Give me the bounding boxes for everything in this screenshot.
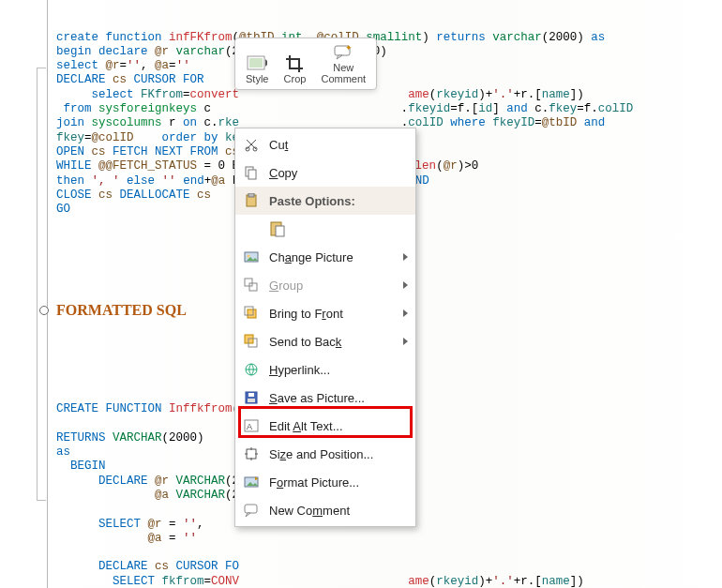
svg-rect-16	[248, 309, 256, 318]
menu-hyperlink-label: Hyperlink...	[269, 363, 408, 377]
menu-send-back-label: Send to Back	[269, 335, 403, 349]
comment-icon	[241, 500, 262, 520]
mini-toolbar: Style Crop ✦ New Comment	[234, 38, 377, 90]
menu-cut-label: Cut	[269, 138, 408, 152]
svg-text:✦: ✦	[345, 45, 353, 53]
submenu-arrow-icon	[403, 281, 408, 289]
menu-alt-text[interactable]: A Edit Alt Text...	[235, 412, 415, 440]
submenu-arrow-icon	[403, 309, 408, 317]
submenu-arrow-icon	[403, 338, 408, 345]
save-picture-icon	[241, 387, 262, 408]
submenu-arrow-icon	[403, 253, 408, 261]
svg-rect-1	[249, 58, 263, 68]
svg-rect-9	[248, 193, 254, 197]
format-picture-icon	[241, 472, 262, 492]
new-comment-button[interactable]: ✦ New Comment	[315, 41, 371, 86]
svg-rect-14	[245, 279, 252, 286]
svg-rect-15	[249, 283, 257, 291]
paste-icon	[241, 190, 262, 211]
menu-new-comment[interactable]: New Comment	[235, 496, 415, 524]
menu-change-picture-label: Change Picture	[269, 250, 403, 264]
menu-group[interactable]: Group	[235, 271, 415, 299]
context-menu: Cut Copy Paste Options: Change Picture G…	[234, 128, 416, 527]
menu-format-picture[interactable]: Format Picture...	[235, 468, 415, 496]
menu-alt-text-label: Edit Alt Text...	[269, 419, 408, 433]
copy-icon	[241, 162, 262, 183]
svg-point-13	[248, 255, 250, 258]
menu-format-picture-label: Format Picture...	[269, 475, 408, 490]
svg-rect-26	[247, 449, 256, 459]
alt-text-icon: A	[241, 415, 262, 436]
new-comment-icon: ✦	[332, 43, 354, 62]
svg-rect-28	[245, 505, 257, 513]
svg-rect-22	[248, 393, 254, 397]
menu-copy-label: Copy	[269, 166, 408, 180]
change-picture-icon	[241, 247, 262, 267]
cut-icon	[241, 134, 262, 155]
send-back-icon	[241, 331, 262, 352]
group-icon	[241, 275, 262, 295]
crop-button[interactable]: Crop	[278, 41, 311, 86]
selection-anchor	[39, 306, 49, 315]
new-comment-label-2: Comment	[321, 73, 366, 84]
menu-paste-options: Paste Options:	[235, 187, 415, 215]
menu-bring-front[interactable]: Bring to Front	[235, 299, 415, 327]
menu-bring-front-label: Bring to Front	[269, 307, 403, 321]
menu-paste-default[interactable]	[235, 215, 415, 243]
svg-rect-7	[248, 170, 256, 179]
menu-send-back[interactable]: Send to Back	[235, 327, 415, 355]
size-position-icon	[241, 444, 262, 464]
menu-group-label: Group	[269, 279, 403, 293]
crop-icon	[283, 54, 306, 73]
menu-new-comment-label: New Comment	[269, 504, 408, 518]
menu-save-as-picture-label: Save as Picture...	[269, 391, 408, 405]
hyperlink-icon	[241, 359, 262, 380]
style-button[interactable]: Style	[240, 41, 274, 86]
svg-rect-11	[276, 226, 284, 236]
menu-cut[interactable]: Cut	[235, 130, 415, 158]
style-label: Style	[246, 73, 268, 84]
bring-front-icon	[241, 303, 262, 324]
menu-size-position[interactable]: Size and Position...	[235, 440, 415, 468]
menu-hyperlink[interactable]: Hyperlink...	[235, 355, 415, 384]
menu-copy[interactable]: Copy	[235, 158, 415, 187]
menu-save-as-picture[interactable]: Save as Picture...	[235, 384, 415, 412]
style-icon	[246, 54, 268, 73]
menu-change-picture[interactable]: Change Picture	[235, 243, 415, 271]
svg-text:A: A	[247, 422, 252, 431]
menu-paste-options-label: Paste Options:	[269, 194, 408, 208]
svg-rect-23	[248, 399, 255, 402]
crop-label: Crop	[284, 73, 307, 84]
new-comment-label-1: New	[333, 62, 353, 73]
page-gutter	[37, 68, 46, 501]
menu-size-position-label: Size and Position...	[269, 447, 408, 461]
paste-default-icon	[267, 219, 288, 239]
